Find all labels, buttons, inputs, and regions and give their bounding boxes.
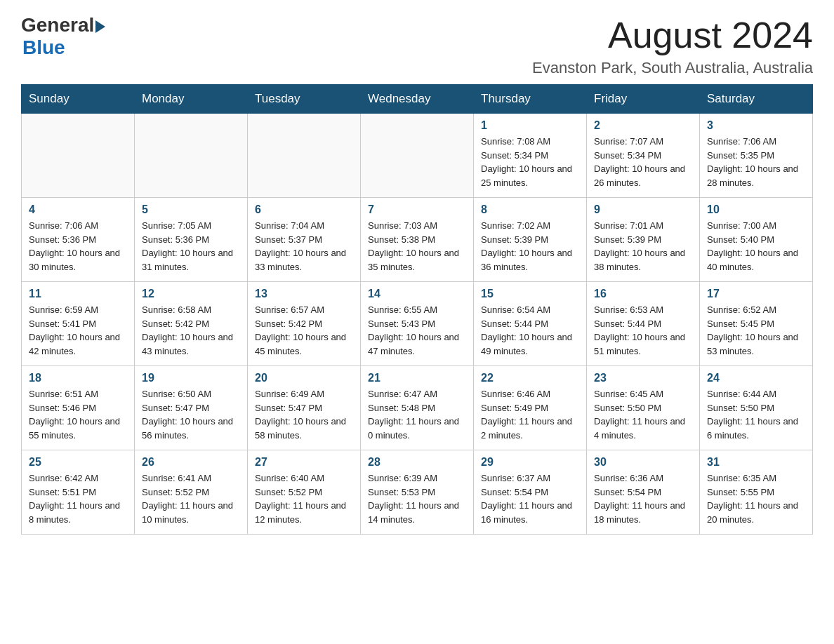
header-cell-wednesday: Wednesday — [361, 85, 474, 114]
day-number: 18 — [29, 372, 127, 384]
day-number: 30 — [594, 456, 692, 469]
day-info: Sunrise: 7:01 AMSunset: 5:39 PMDaylight:… — [594, 219, 692, 274]
day-info: Sunrise: 6:53 AMSunset: 5:44 PMDaylight:… — [594, 303, 692, 358]
day-number: 17 — [707, 288, 805, 300]
day-number: 9 — [594, 203, 692, 216]
calendar-cell — [22, 114, 135, 198]
day-info: Sunrise: 6:55 AMSunset: 5:43 PMDaylight:… — [368, 303, 466, 358]
calendar-cell: 14Sunrise: 6:55 AMSunset: 5:43 PMDayligh… — [361, 282, 474, 366]
header: General Blue August 2024 Evanston Park, … — [21, 14, 813, 77]
day-number: 29 — [481, 456, 579, 469]
day-info: Sunrise: 6:45 AMSunset: 5:50 PMDaylight:… — [594, 387, 692, 442]
header-cell-friday: Friday — [587, 85, 700, 114]
logo-blue-text: Blue — [22, 36, 65, 59]
calendar-cell: 18Sunrise: 6:51 AMSunset: 5:46 PMDayligh… — [22, 366, 135, 450]
calendar-cell: 1Sunrise: 7:08 AMSunset: 5:34 PMDaylight… — [474, 114, 587, 198]
day-info: Sunrise: 7:07 AMSunset: 5:34 PMDaylight:… — [594, 135, 692, 189]
day-info: Sunrise: 7:08 AMSunset: 5:34 PMDaylight:… — [481, 135, 579, 189]
calendar-cell: 9Sunrise: 7:01 AMSunset: 5:39 PMDaylight… — [587, 198, 700, 282]
day-number: 27 — [255, 456, 353, 469]
calendar-cell: 30Sunrise: 6:36 AMSunset: 5:54 PMDayligh… — [587, 450, 700, 535]
day-number: 15 — [481, 288, 579, 300]
day-number: 23 — [594, 372, 692, 384]
day-info: Sunrise: 6:42 AMSunset: 5:51 PMDaylight:… — [29, 471, 127, 526]
calendar-cell: 24Sunrise: 6:44 AMSunset: 5:50 PMDayligh… — [700, 366, 813, 450]
calendar-cell: 4Sunrise: 7:06 AMSunset: 5:36 PMDaylight… — [22, 198, 135, 282]
calendar-cell: 28Sunrise: 6:39 AMSunset: 5:53 PMDayligh… — [361, 450, 474, 535]
logo-general-text: General — [21, 14, 94, 36]
day-number: 10 — [707, 203, 805, 216]
day-number: 25 — [29, 456, 127, 469]
header-cell-tuesday: Tuesday — [248, 85, 361, 114]
day-info: Sunrise: 6:49 AMSunset: 5:47 PMDaylight:… — [255, 387, 353, 442]
day-info: Sunrise: 7:06 AMSunset: 5:35 PMDaylight:… — [707, 135, 805, 189]
month-title: August 2024 — [532, 14, 813, 56]
calendar-cell: 20Sunrise: 6:49 AMSunset: 5:47 PMDayligh… — [248, 366, 361, 450]
day-info: Sunrise: 6:47 AMSunset: 5:48 PMDaylight:… — [368, 387, 466, 442]
calendar-body: 1Sunrise: 7:08 AMSunset: 5:34 PMDaylight… — [22, 114, 813, 535]
day-number: 24 — [707, 372, 805, 384]
calendar-cell: 2Sunrise: 7:07 AMSunset: 5:34 PMDaylight… — [587, 114, 700, 198]
header-cell-saturday: Saturday — [700, 85, 813, 114]
day-info: Sunrise: 6:50 AMSunset: 5:47 PMDaylight:… — [142, 387, 240, 442]
logo: General Blue — [21, 14, 105, 59]
day-number: 28 — [368, 456, 466, 469]
day-info: Sunrise: 6:41 AMSunset: 5:52 PMDaylight:… — [142, 471, 240, 526]
calendar-week-5: 25Sunrise: 6:42 AMSunset: 5:51 PMDayligh… — [22, 450, 813, 535]
calendar-cell — [248, 114, 361, 198]
day-info: Sunrise: 6:57 AMSunset: 5:42 PMDaylight:… — [255, 303, 353, 358]
day-number: 22 — [481, 372, 579, 384]
calendar-cell: 11Sunrise: 6:59 AMSunset: 5:41 PMDayligh… — [22, 282, 135, 366]
calendar-cell: 19Sunrise: 6:50 AMSunset: 5:47 PMDayligh… — [135, 366, 248, 450]
day-number: 26 — [142, 456, 240, 469]
day-number: 4 — [29, 203, 127, 216]
calendar-cell: 16Sunrise: 6:53 AMSunset: 5:44 PMDayligh… — [587, 282, 700, 366]
day-info: Sunrise: 6:39 AMSunset: 5:53 PMDaylight:… — [368, 471, 466, 526]
calendar-cell: 3Sunrise: 7:06 AMSunset: 5:35 PMDaylight… — [700, 114, 813, 198]
calendar-cell: 12Sunrise: 6:58 AMSunset: 5:42 PMDayligh… — [135, 282, 248, 366]
day-number: 21 — [368, 372, 466, 384]
day-info: Sunrise: 6:51 AMSunset: 5:46 PMDaylight:… — [29, 387, 127, 442]
day-number: 6 — [255, 203, 353, 216]
day-number: 2 — [594, 119, 692, 132]
day-info: Sunrise: 6:37 AMSunset: 5:54 PMDaylight:… — [481, 471, 579, 526]
header-cell-sunday: Sunday — [22, 85, 135, 114]
header-row: SundayMondayTuesdayWednesdayThursdayFrid… — [22, 85, 813, 114]
day-number: 14 — [368, 288, 466, 300]
day-info: Sunrise: 6:40 AMSunset: 5:52 PMDaylight:… — [255, 471, 353, 526]
day-info: Sunrise: 7:06 AMSunset: 5:36 PMDaylight:… — [29, 219, 127, 274]
calendar-cell: 29Sunrise: 6:37 AMSunset: 5:54 PMDayligh… — [474, 450, 587, 535]
day-number: 1 — [481, 119, 579, 132]
day-number: 5 — [142, 203, 240, 216]
day-info: Sunrise: 6:54 AMSunset: 5:44 PMDaylight:… — [481, 303, 579, 358]
location-title: Evanston Park, South Australia, Australi… — [532, 59, 813, 77]
day-info: Sunrise: 7:04 AMSunset: 5:37 PMDaylight:… — [255, 219, 353, 274]
day-number: 3 — [707, 119, 805, 132]
day-info: Sunrise: 6:35 AMSunset: 5:55 PMDaylight:… — [707, 471, 805, 526]
day-number: 12 — [142, 288, 240, 300]
calendar-cell: 27Sunrise: 6:40 AMSunset: 5:52 PMDayligh… — [248, 450, 361, 535]
day-info: Sunrise: 7:02 AMSunset: 5:39 PMDaylight:… — [481, 219, 579, 274]
day-info: Sunrise: 6:44 AMSunset: 5:50 PMDaylight:… — [707, 387, 805, 442]
logo-arrow-icon — [95, 20, 105, 33]
day-number: 11 — [29, 288, 127, 300]
calendar-cell: 13Sunrise: 6:57 AMSunset: 5:42 PMDayligh… — [248, 282, 361, 366]
calendar-cell: 17Sunrise: 6:52 AMSunset: 5:45 PMDayligh… — [700, 282, 813, 366]
day-number: 20 — [255, 372, 353, 384]
day-info: Sunrise: 6:46 AMSunset: 5:49 PMDaylight:… — [481, 387, 579, 442]
day-number: 16 — [594, 288, 692, 300]
day-number: 13 — [255, 288, 353, 300]
calendar-cell: 21Sunrise: 6:47 AMSunset: 5:48 PMDayligh… — [361, 366, 474, 450]
calendar-header: SundayMondayTuesdayWednesdayThursdayFrid… — [22, 85, 813, 114]
day-info: Sunrise: 6:52 AMSunset: 5:45 PMDaylight:… — [707, 303, 805, 358]
calendar-cell: 10Sunrise: 7:00 AMSunset: 5:40 PMDayligh… — [700, 198, 813, 282]
calendar-cell: 15Sunrise: 6:54 AMSunset: 5:44 PMDayligh… — [474, 282, 587, 366]
calendar-week-4: 18Sunrise: 6:51 AMSunset: 5:46 PMDayligh… — [22, 366, 813, 450]
calendar-week-3: 11Sunrise: 6:59 AMSunset: 5:41 PMDayligh… — [22, 282, 813, 366]
calendar-cell — [135, 114, 248, 198]
calendar-cell: 25Sunrise: 6:42 AMSunset: 5:51 PMDayligh… — [22, 450, 135, 535]
calendar-week-2: 4Sunrise: 7:06 AMSunset: 5:36 PMDaylight… — [22, 198, 813, 282]
day-number: 7 — [368, 203, 466, 216]
day-info: Sunrise: 6:36 AMSunset: 5:54 PMDaylight:… — [594, 471, 692, 526]
calendar-cell: 26Sunrise: 6:41 AMSunset: 5:52 PMDayligh… — [135, 450, 248, 535]
